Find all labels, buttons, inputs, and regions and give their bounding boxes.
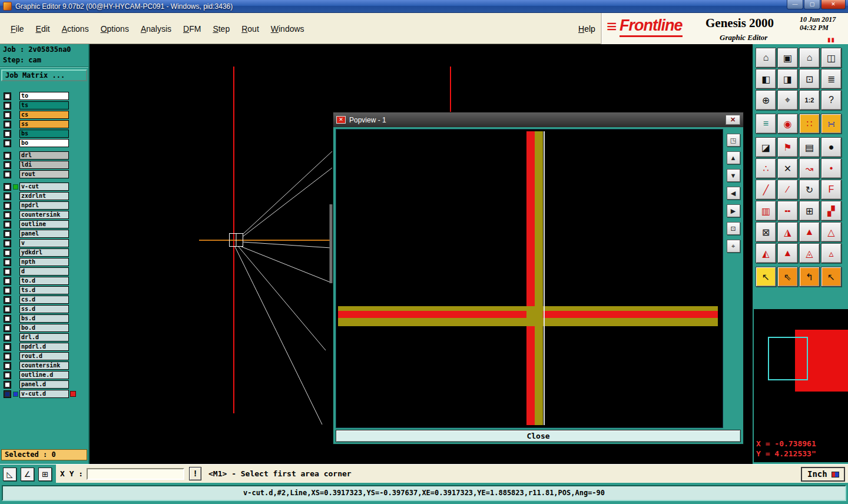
zoom-ratio-icon[interactable]: 1:2 [799,90,820,110]
layer-name[interactable]: panel [19,230,69,238]
stack-views-icon[interactable]: ≣ [821,69,842,89]
pointer-rotate-icon[interactable]: ↖ [821,267,842,287]
pad-select-icon[interactable]: ◉ [777,114,798,134]
layer-name[interactable]: ts.d [19,286,69,294]
layer-checkbox[interactable] [4,171,11,178]
layer-name[interactable]: ss [19,120,69,128]
select-peak4-icon[interactable]: ▵ [821,243,842,263]
layer-row[interactable]: countersink [0,210,88,220]
alert-button[interactable]: ! [189,467,201,480]
screen-icon[interactable]: ▣ [777,48,798,68]
arrow-a-icon[interactable]: ▲ [799,222,820,242]
layer-name[interactable]: ts [19,101,69,110]
layer-name[interactable]: npth [19,258,69,266]
layer-row[interactable]: v [0,238,88,248]
layer-name[interactable]: cs.d [19,296,69,304]
layer-name[interactable]: npdrl [19,201,69,210]
menu-actions[interactable]: Actions [62,24,89,34]
layer-name[interactable]: ydkdrl [19,248,69,257]
mirror-f-icon[interactable]: F [821,180,842,200]
layer-name[interactable]: rout.d [19,352,69,360]
layer-row[interactable]: drl [0,151,88,160]
layer-name[interactable]: ss.d [19,305,69,313]
minimize-button[interactable]: — [787,0,803,9]
close-button[interactable]: ✕ [821,0,846,9]
shift-left-icon[interactable]: ◧ [756,69,776,89]
arrow-a-alt-icon[interactable]: △ [821,222,842,242]
layer-row[interactable]: outline [0,220,88,229]
line-any-angle-icon[interactable]: ∕ [777,180,798,200]
layer-row[interactable]: rout.d [0,352,88,361]
layer-name[interactable]: to.d [19,277,69,285]
coordinate-input[interactable] [87,468,184,480]
layer-checkbox[interactable] [4,268,11,276]
layer-row[interactable]: bo.d [0,323,88,333]
layer-checkbox[interactable] [4,353,11,360]
layer-name[interactable]: outline.d [19,371,69,379]
popview-close-x[interactable]: ✕ [726,115,740,125]
menu-edit[interactable]: Edit [36,24,50,34]
transform-box-icon[interactable]: ⊞ [799,201,820,221]
layer-row[interactable]: to [0,91,88,101]
layer-name[interactable]: bo [19,139,69,147]
select-peak2-icon[interactable]: ▲ [777,243,798,263]
rotate-icon[interactable]: ↻ [799,180,820,200]
layer-name[interactable]: v-cut.d [19,390,69,398]
layer-row[interactable]: bo [0,138,88,148]
pointer-icon[interactable]: ↖ [756,267,776,287]
layer-row[interactable]: cs [0,110,88,120]
layer-checkbox[interactable] [4,130,11,138]
grid-tool-icon[interactable]: ⊞ [38,467,52,481]
help-icon[interactable]: ? [821,90,842,110]
layer-checkbox[interactable] [4,372,11,379]
layer-row[interactable]: panel.d [0,380,88,389]
layer-checkbox[interactable] [4,334,11,341]
pan-down-icon[interactable]: ▼ [727,169,740,182]
layer-row[interactable]: npdrl.d [0,342,88,352]
layer-name[interactable]: panel.d [19,380,69,389]
net-points-alt-icon[interactable]: ∺ [821,114,842,134]
layer-name[interactable]: npdrl.d [19,343,69,351]
points-pair-icon[interactable]: ∴ [756,158,776,178]
popview-content[interactable] [336,129,723,428]
layer-name[interactable]: bs [19,130,69,138]
layer-row[interactable]: bs.d [0,314,88,323]
layer-row[interactable]: drl.d [0,333,88,342]
maximize-button[interactable]: ▢ [804,0,820,9]
layer-row[interactable]: ts.d [0,286,88,295]
triangle-up-icon[interactable]: ◮ [777,222,798,242]
layer-checkbox[interactable] [4,230,11,238]
layer-row[interactable]: zxdrlnt [0,191,88,201]
layer-name[interactable]: ldi [19,161,69,169]
layer-name[interactable]: d [19,267,69,276]
menu-file[interactable]: File [11,24,24,34]
layer-row[interactable]: panel [0,229,88,238]
pointer-select-icon[interactable]: ⇖ [777,267,798,287]
layer-name[interactable]: drl [19,151,69,160]
layer-name[interactable]: bs.d [19,314,69,323]
layer-checkbox[interactable] [4,102,11,110]
flag-mode-icon[interactable]: ⚑ [777,137,798,157]
select-peak-icon[interactable]: ◭ [756,243,776,263]
layer-name[interactable]: countersink [19,211,69,219]
layer-checkbox[interactable] [4,193,11,200]
menu-dfm[interactable]: DFM [183,24,201,34]
layer-row[interactable]: npdrl [0,201,88,210]
pan-left-icon[interactable]: ◀ [727,187,740,200]
pan-up-icon[interactable]: ▲ [727,151,740,164]
layer-row[interactable]: ss [0,120,88,129]
layer-checkbox[interactable] [4,92,11,100]
layer-row[interactable]: rout [0,170,88,179]
layer-checkbox[interactable] [4,161,11,169]
layer-row[interactable]: ss.d [0,304,88,314]
layer-name[interactable]: v [19,239,69,247]
popview-close-button[interactable]: Close [336,430,741,442]
menu-rout[interactable]: Rout [241,24,259,34]
job-matrix-button[interactable]: Job Matrix ... [1,69,87,81]
layer-name[interactable]: zxdrlnt [19,192,69,200]
ruler-icon[interactable]: ▤ [799,137,820,157]
corner-mode-icon[interactable]: ◪ [756,137,776,157]
layer-checkbox[interactable] [4,362,11,370]
layer-checkbox[interactable] [4,152,11,160]
layer-checkbox[interactable] [4,211,11,219]
